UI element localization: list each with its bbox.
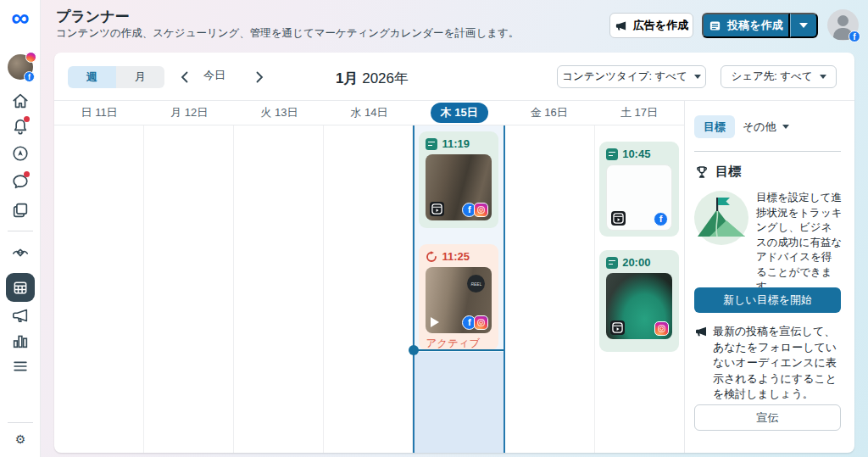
caret-down-icon	[782, 125, 789, 129]
facebook-badge-icon: f	[849, 31, 860, 42]
tab-goals[interactable]: 目標	[694, 115, 735, 138]
prev-week-button[interactable]	[175, 69, 192, 86]
bar-chart-icon	[11, 332, 30, 350]
caret-down-icon	[820, 75, 826, 79]
reel-icon	[610, 320, 625, 335]
more-dropdown[interactable]: その他	[743, 115, 789, 138]
day-label: 日 11日	[81, 105, 118, 120]
day-column-sun	[54, 125, 144, 453]
sidebar-item-content[interactable]	[0, 201, 41, 220]
day-header-sun[interactable]: 日 11日	[54, 101, 144, 125]
create-post-button[interactable]: 投稿を作成	[702, 13, 790, 38]
day-label: 金 16日	[531, 105, 568, 120]
post-thumbnail: f	[606, 164, 672, 231]
instagram-badge-icon	[474, 203, 488, 217]
sidebar-profile-avatar[interactable]: f	[0, 54, 41, 80]
notification-dot	[24, 116, 30, 122]
published-status-icon	[606, 257, 618, 269]
sidebar-item-all-tools[interactable]	[0, 357, 41, 376]
sidebar-item-ads[interactable]	[0, 306, 41, 325]
event-time: 20:00	[622, 256, 650, 269]
share-to-filter-label: シェア先: すべて	[731, 70, 812, 84]
sidebar-item-inbox[interactable]	[0, 172, 41, 191]
more-dropdown-label: その他	[743, 120, 776, 135]
year-label: 2026年	[362, 70, 409, 86]
day-header-wed[interactable]: 水 14日	[324, 101, 414, 125]
week-grid: 11:19 f	[54, 125, 684, 453]
create-ad-button[interactable]: 広告を作成	[609, 13, 693, 38]
today-button[interactable]: 今日	[203, 68, 225, 83]
reel-label-patch: REEL	[467, 275, 485, 293]
view-toggle-month[interactable]: 月	[116, 66, 164, 88]
inbox-dot	[24, 171, 30, 177]
compose-post-icon	[709, 20, 721, 32]
event-header: 11:19	[426, 137, 492, 150]
event-card-published-1045[interactable]: 10:45 f	[599, 142, 679, 237]
event-card-active-1125[interactable]: 11:25 REEL f アクティブ	[419, 244, 498, 350]
avatar: f	[8, 54, 33, 80]
caret-down-icon	[799, 23, 808, 28]
day-column-wed	[324, 125, 414, 453]
day-label: 月 12日	[170, 105, 208, 120]
published-status-icon	[606, 148, 618, 160]
chevron-right-icon	[256, 71, 264, 83]
reel-icon	[611, 211, 626, 226]
panel-divider	[694, 151, 841, 152]
sidebar-item-monetization[interactable]	[0, 244, 41, 263]
facebook-badge-icon: f	[654, 212, 668, 226]
sidebar-divider-bottom	[8, 422, 33, 423]
planner-card: 週 月 今日 1月 2026年 コンテンツタイプ: すべて シェア先: すべて …	[54, 53, 854, 453]
facebook-badge-icon: f	[24, 71, 35, 82]
sidebar-item-insights[interactable]	[0, 332, 41, 350]
sidebar-item-notifications[interactable]	[0, 117, 41, 136]
goal-illustration	[694, 191, 748, 245]
event-header: 20:00	[606, 256, 672, 269]
sidebar-item-planner[interactable]	[0, 273, 41, 302]
day-header-tue[interactable]: 火 13日	[234, 101, 324, 125]
day-column-sat: 10:45 f 20:00	[595, 125, 684, 453]
event-time: 10:45	[622, 148, 650, 160]
day-header-sat[interactable]: 土 17日	[594, 101, 684, 125]
share-to-filter[interactable]: シェア先: すべて	[721, 65, 837, 88]
event-header: 11:25	[426, 250, 492, 263]
post-thumbnail: REEL f	[426, 267, 492, 333]
start-new-goal-button[interactable]: 新しい目標を開始	[694, 287, 841, 313]
day-label: 水 14日	[350, 105, 387, 120]
create-post-dropdown-button[interactable]	[790, 13, 818, 38]
megaphone-icon	[694, 325, 708, 338]
content-type-filter[interactable]: コンテンツタイプ: すべて	[557, 65, 706, 88]
event-card-published-2000[interactable]: 20:00	[599, 250, 679, 352]
post-thumbnail	[606, 273, 672, 339]
calendar-period-title: 1月 2026年	[309, 69, 436, 88]
play-icon	[431, 317, 439, 327]
day-header-fri[interactable]: 金 16日	[504, 101, 594, 125]
account-avatar[interactable]: f	[827, 9, 859, 41]
goals-description: 目標を設定して進捗状況をトラッキングし、ビジネスの成功に有益なアドバイスを得るこ…	[756, 191, 843, 295]
processing-status-icon	[426, 251, 437, 263]
day-column-fri	[505, 125, 595, 453]
planner-selected-box	[6, 273, 35, 302]
chevron-left-icon	[181, 71, 188, 83]
event-card-published-1119[interactable]: 11:19 f	[419, 131, 498, 228]
day-header-thu-selected[interactable]: 木 15日	[415, 101, 504, 125]
promo-suggestion: 最新の投稿を宣伝して、あなたをフォローしていないオーディエンスに表示されるように…	[694, 324, 843, 403]
day-header-mon[interactable]: 月 12日	[144, 101, 234, 125]
promote-button[interactable]: 宣伝	[694, 404, 841, 431]
page-title: プランナー	[56, 7, 130, 26]
home-icon	[11, 92, 30, 110]
create-ad-label: 広告を作成	[633, 18, 688, 33]
sidebar-item-home[interactable]	[0, 92, 41, 110]
menu-icon	[11, 357, 30, 376]
event-header: 10:45	[606, 148, 672, 160]
view-toggle-week[interactable]: 週	[68, 66, 116, 88]
next-week-button[interactable]	[251, 69, 268, 86]
sidebar-item-settings[interactable]: ⚙	[0, 432, 41, 446]
month-label: 1月	[336, 70, 358, 86]
platform-badges: f	[462, 315, 488, 330]
event-time: 11:19	[442, 137, 470, 150]
goals-heading-label: 目標	[715, 164, 741, 180]
sidebar-item-ad-center[interactable]	[0, 144, 41, 163]
sidebar: ∞ f	[0, 0, 41, 457]
meta-logo-icon[interactable]: ∞	[0, 3, 41, 32]
content-icon	[11, 201, 30, 220]
